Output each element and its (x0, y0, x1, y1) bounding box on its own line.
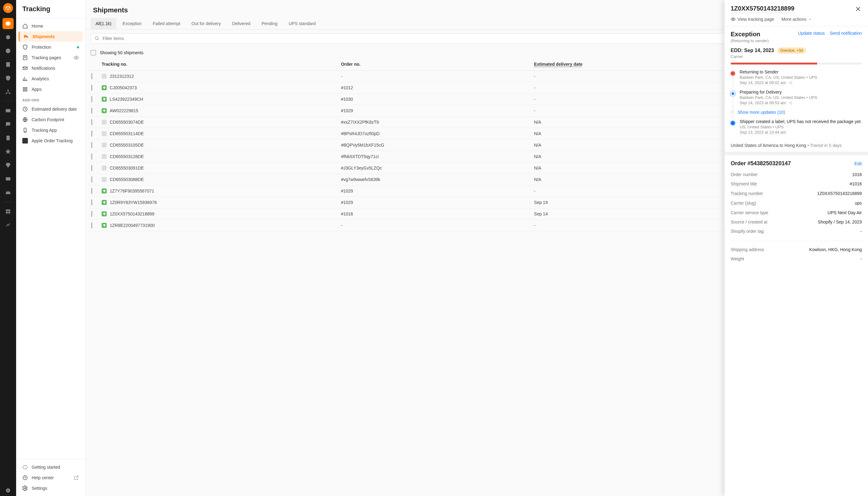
tab-0[interactable]: All(1.1k) (91, 18, 116, 29)
show-more-updates[interactable]: Show more updates (10) (738, 110, 862, 115)
rail-doc-icon[interactable] (2, 133, 14, 143)
sidebar-item-label: Getting started (32, 465, 60, 470)
share-icon[interactable] (789, 101, 793, 105)
tab-4[interactable]: Delivered (227, 18, 255, 29)
tab-3[interactable]: Out for delivery (187, 18, 226, 29)
kv-row: Carrier (slug)ups (731, 198, 862, 208)
tab-6[interactable]: UPS standard (284, 18, 321, 29)
showing-count: Showing 50 shipments (100, 50, 143, 55)
kv-value: #1016 (850, 181, 862, 187)
rail-card-icon[interactable] (2, 173, 14, 184)
sidebar-item-tracking-pages[interactable]: Tracking pages (19, 52, 83, 63)
page-icon (22, 55, 28, 60)
sidebar-item-apple-tracking[interactable]: Apple Order Tracking (19, 136, 83, 146)
tab-1[interactable]: Exception (118, 18, 146, 29)
source-icon (102, 74, 107, 79)
timeline-item: Shipper created a label, UPS has not rec… (731, 119, 862, 139)
sidebar-item-home[interactable]: Home (19, 21, 83, 31)
rail-mail-icon[interactable] (2, 105, 14, 116)
edd-cell: Sep 19 (531, 197, 744, 208)
row-checkbox[interactable] (91, 176, 92, 183)
rail-shield-icon[interactable] (2, 73, 14, 84)
kv-key: Weight (731, 257, 744, 261)
row-checkbox[interactable] (91, 188, 92, 194)
gear-icon (22, 485, 28, 491)
sidebar-item-protection[interactable]: Protection (19, 42, 83, 52)
rail-chat-icon[interactable] (2, 119, 14, 130)
col-order[interactable]: Order no. (338, 58, 531, 71)
sidebar-item-carbon[interactable]: Carbon Footprint (19, 114, 83, 125)
sidebar-item-getting-started[interactable]: Getting started (19, 462, 83, 472)
row-checkbox[interactable] (91, 84, 92, 91)
col-tracking[interactable]: Tracking no. (98, 58, 338, 71)
kv-key: Carrier service type (731, 210, 768, 215)
rail-gem-icon[interactable] (2, 160, 14, 171)
row-checkbox[interactable] (91, 222, 92, 229)
eye-icon[interactable] (74, 55, 79, 60)
row-checkbox[interactable] (91, 96, 92, 102)
order-edit-link[interactable]: Edit (854, 161, 862, 166)
kv-row: Tracking number1Z0XX5750143218899 (731, 189, 862, 198)
row-checkbox[interactable] (91, 142, 92, 148)
svg-point-30 (789, 82, 790, 83)
tab-5[interactable]: Pending (257, 18, 282, 29)
sidebar-item-shipments[interactable]: Shipments (19, 31, 83, 42)
svg-rect-20 (23, 90, 25, 91)
brand-logo[interactable] (3, 3, 13, 13)
edd-label: EDD: Sep 14, 2023 (731, 48, 774, 53)
share-icon[interactable] (789, 81, 793, 85)
svg-point-25 (25, 131, 26, 132)
col-edd[interactable]: Estimated delivery date (531, 58, 744, 71)
carrier-label: Carrier (725, 54, 868, 63)
timeline-date: Sep 14, 2023 at 08:53 am (740, 100, 786, 105)
sidebar-item-label: Shipments (33, 34, 55, 39)
source-icon (102, 120, 107, 125)
sidebar-item-edd[interactable]: Estimated delivery date (19, 104, 83, 114)
row-checkbox[interactable] (91, 108, 92, 114)
rail-apps-icon[interactable] (2, 206, 14, 217)
timeline-item[interactable]: Show more updates (10) (731, 110, 862, 119)
sidebar-item-help[interactable]: Help center (19, 472, 83, 483)
grid-icon (22, 87, 28, 92)
update-status-link[interactable]: Update status (798, 31, 825, 36)
sidebar-item-notifications[interactable]: Notifications (19, 63, 83, 74)
view-tracking-page-link[interactable]: View tracking page (731, 17, 774, 22)
addons-section-label: ADD-ONS (19, 95, 83, 104)
more-actions-dropdown[interactable]: More actions (781, 17, 812, 22)
sidebar-item-analytics[interactable]: Analytics (19, 74, 83, 84)
chevron-down-icon (808, 17, 812, 21)
order-no: #1012 (338, 82, 531, 94)
rail-crown-icon[interactable] (2, 187, 14, 198)
rail-tracking-icon[interactable] (2, 18, 14, 29)
svg-point-16 (76, 57, 77, 59)
rail-integrations-icon[interactable] (2, 86, 14, 97)
rail-targets-icon[interactable] (2, 32, 14, 43)
row-checkbox[interactable] (91, 199, 92, 205)
select-all-checkbox[interactable] (91, 50, 96, 56)
kv-value: UPS Next Day Air (828, 210, 862, 215)
shopify-icon (102, 212, 107, 216)
close-icon[interactable] (854, 5, 862, 13)
rail-send-icon[interactable] (2, 485, 14, 496)
rail-clock-icon[interactable] (2, 45, 14, 57)
kv-value: - (860, 229, 862, 234)
row-checkbox[interactable] (91, 119, 92, 125)
sidebar-item-apps[interactable]: Apps (19, 84, 83, 95)
timeline-date: Sep 14, 2023 at 09:02 am (740, 80, 786, 85)
sidebar-item-settings[interactable]: Settings (19, 483, 83, 494)
row-checkbox[interactable] (91, 165, 92, 171)
rail-receipt-icon[interactable] (2, 59, 14, 70)
row-checkbox[interactable] (91, 130, 92, 137)
tab-2[interactable]: Failed attempt (148, 18, 185, 29)
kv-row: Weight- (731, 254, 862, 264)
send-notification-link[interactable]: Send notification (830, 31, 862, 36)
row-checkbox[interactable] (91, 211, 92, 217)
rail-analytics-icon[interactable] (2, 219, 14, 231)
svg-point-27 (25, 487, 26, 489)
svg-point-32 (791, 84, 792, 84)
row-checkbox[interactable] (91, 153, 92, 160)
timeline-meta: US, United States • UPS (740, 125, 862, 129)
row-checkbox[interactable] (91, 73, 92, 79)
sidebar-item-tracking-app[interactable]: Tracking App (19, 125, 83, 136)
rail-star-icon[interactable] (2, 146, 14, 157)
